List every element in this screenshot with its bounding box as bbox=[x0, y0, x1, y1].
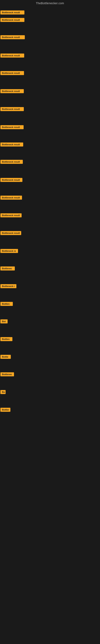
bottleneck-item-23: Bo bbox=[0, 390, 6, 395]
bottleneck-badge[interactable]: Bottlenec bbox=[0, 372, 14, 376]
site-header: TheBottlenecker.com bbox=[0, 0, 100, 6]
bottleneck-item-18: Bottlen bbox=[0, 302, 13, 307]
bottleneck-badge[interactable]: Bottleneck result bbox=[0, 71, 24, 75]
bottleneck-badge[interactable]: Bottleneck result bbox=[0, 107, 24, 111]
bottleneck-badge[interactable]: Bottleneck result bbox=[0, 142, 23, 146]
bottleneck-item-20: Bottlen bbox=[0, 337, 12, 342]
bottleneck-item-4: Bottleneck result bbox=[0, 54, 24, 58]
items-container: Bottleneck resultBottleneck resultBottle… bbox=[0, 6, 100, 644]
bottleneck-badge[interactable]: Bottleneck result bbox=[0, 213, 22, 217]
bottleneck-badge[interactable]: Bottler bbox=[0, 408, 10, 412]
bottleneck-item-9: Bottleneck result bbox=[0, 142, 23, 147]
bottleneck-badge[interactable]: Bottleneck result bbox=[0, 10, 24, 14]
bottleneck-item-19: Bot bbox=[0, 320, 8, 324]
bottleneck-badge[interactable]: Bottleneck result bbox=[0, 178, 22, 182]
bottleneck-badge[interactable]: Bottleneck r bbox=[0, 284, 16, 288]
bottleneck-badge[interactable]: Bottleneck result bbox=[0, 18, 24, 22]
bottleneck-item-22: Bottlenec bbox=[0, 372, 14, 377]
bottleneck-item-15: Bottleneck re bbox=[0, 249, 18, 254]
bottleneck-item-24: Bottler bbox=[0, 408, 10, 412]
bottleneck-item-7: Bottleneck result bbox=[0, 107, 24, 112]
site-title: TheBottlenecker.com bbox=[0, 0, 100, 6]
bottleneck-badge[interactable]: Bottlen bbox=[0, 337, 12, 341]
bottleneck-badge[interactable]: Bo bbox=[0, 390, 6, 394]
bottleneck-item-14: Bottleneck result bbox=[0, 231, 21, 236]
bottleneck-badge[interactable]: Bottleneck result bbox=[0, 35, 25, 39]
bottleneck-item-3: Bottleneck result bbox=[0, 35, 25, 40]
bottleneck-badge[interactable]: Bottleneck result bbox=[0, 89, 24, 93]
bottleneck-badge[interactable]: Bottleneck result bbox=[0, 160, 23, 164]
bottleneck-item-11: Bottleneck result bbox=[0, 178, 22, 183]
bottleneck-badge[interactable]: Bottleneck result bbox=[0, 196, 22, 200]
bottleneck-badge[interactable]: Bottlenec bbox=[0, 266, 15, 270]
bottleneck-item-21: Bottle bbox=[0, 355, 11, 360]
bottleneck-badge[interactable]: Bottleneck result bbox=[0, 54, 24, 58]
bottleneck-badge[interactable]: Bottleneck result bbox=[0, 231, 21, 235]
bottleneck-item-13: Bottleneck result bbox=[0, 213, 22, 218]
bottleneck-item-16: Bottlenec bbox=[0, 266, 15, 271]
bottleneck-item-17: Bottleneck r bbox=[0, 284, 16, 289]
bottleneck-badge[interactable]: Bottleneck result bbox=[0, 125, 24, 129]
bottleneck-item-1: Bottleneck result bbox=[0, 10, 24, 15]
bottleneck-item-2: Bottleneck result bbox=[0, 18, 24, 23]
bottleneck-item-8: Bottleneck result bbox=[0, 125, 24, 130]
bottleneck-item-12: Bottleneck result bbox=[0, 196, 22, 200]
bottleneck-badge[interactable]: Bottlen bbox=[0, 302, 13, 306]
bottleneck-item-10: Bottleneck result bbox=[0, 160, 23, 164]
bottleneck-item-5: Bottleneck result bbox=[0, 71, 24, 76]
bottleneck-item-6: Bottleneck result bbox=[0, 89, 24, 94]
bottleneck-badge[interactable]: Bot bbox=[0, 320, 8, 324]
bottleneck-badge[interactable]: Bottleneck re bbox=[0, 249, 18, 253]
bottleneck-badge[interactable]: Bottle bbox=[0, 355, 11, 359]
